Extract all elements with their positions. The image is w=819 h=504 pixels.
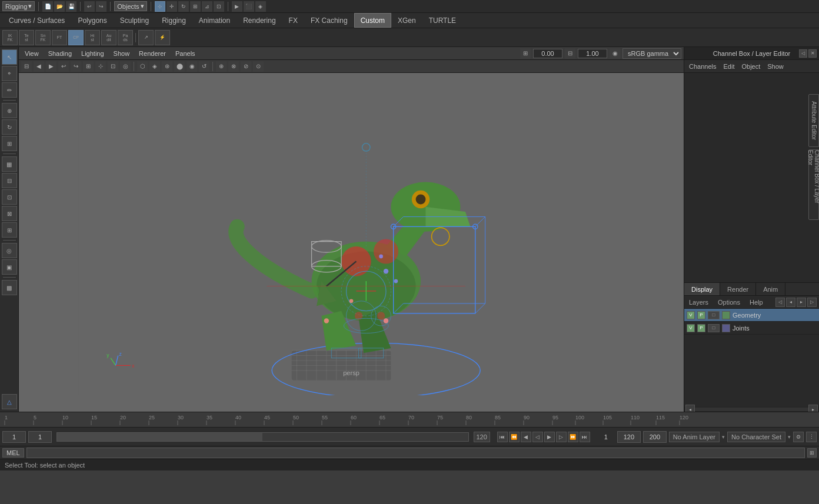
channel-box-tab[interactable]: Channel Box / Layer Editor (808, 149, 819, 220)
pads-icon[interactable]: Pa ds (118, 30, 133, 45)
viewport-canvas[interactable]: x y z persp (19, 73, 684, 395)
layer-subtab-help[interactable]: Help (747, 298, 765, 307)
vp-menu-lighting[interactable]: Lighting (78, 49, 108, 58)
shelf-manip-icon[interactable]: ⚡ (155, 30, 170, 45)
tab-fx[interactable]: FX (282, 13, 304, 28)
move-tool[interactable]: ⊕ (2, 103, 17, 118)
vp-icon-13[interactable]: ⬤ (174, 61, 185, 72)
max-frame-field[interactable] (643, 431, 667, 443)
shelf-arrow-icon[interactable]: ↗ (138, 30, 154, 45)
panel-settings-btn[interactable]: ✕ (808, 49, 817, 58)
vp-icon-7[interactable]: ⊹ (95, 61, 106, 72)
tab-custom[interactable]: Custom (354, 13, 391, 28)
snfk-icon[interactable]: Sn FK (35, 30, 51, 45)
snap-curve-tool[interactable]: ⊞ (2, 222, 17, 238)
layer-tab-display[interactable]: Display (684, 283, 720, 295)
vp-menu-renderer[interactable]: Renderer (135, 49, 169, 58)
mel-resize-btn[interactable]: ⊞ (807, 448, 817, 458)
layer-joints-visible[interactable]: V (687, 324, 695, 332)
render-icon[interactable]: ▶ (232, 1, 242, 12)
vp-menu-shading[interactable]: Shading (45, 49, 75, 58)
snap-surface-tool[interactable]: ⊠ (2, 206, 17, 221)
vp-icon-17[interactable]: ⊗ (228, 61, 239, 72)
vp-icon-2[interactable]: ◀ (34, 61, 44, 72)
vp-icon-6[interactable]: ⊞ (83, 61, 94, 72)
scale-tool[interactable]: ⊞ (2, 136, 17, 151)
pb-go-end[interactable]: ⏭ (580, 432, 590, 442)
layer-geometry-type[interactable]: □ (708, 311, 720, 319)
channel-menu-channels[interactable]: Channels (689, 63, 716, 70)
hist-icon[interactable]: Hi st (85, 30, 100, 45)
paint-tool[interactable]: ✏ (2, 82, 17, 98)
layer-fwd-btn[interactable]: ▷ (807, 298, 817, 307)
pb-prev-key[interactable]: ⏪ (509, 432, 520, 442)
pb-step-back[interactable]: ◀ (521, 432, 531, 442)
layer-subtab-layers[interactable]: Layers (687, 298, 711, 307)
current-frame-field[interactable] (28, 431, 52, 443)
layer-geometry-visible[interactable]: V (687, 311, 695, 319)
layer-subtab-options[interactable]: Options (715, 298, 743, 307)
anim-extra-btn[interactable]: ⋮ (806, 432, 817, 442)
vp-menu-show[interactable]: Show (110, 49, 134, 58)
layer-joints-playback[interactable]: P (697, 324, 705, 332)
coord-icon[interactable]: ⊞ (520, 48, 531, 59)
redo-icon[interactable]: ↪ (96, 1, 106, 12)
new-scene-icon[interactable]: 📄 (42, 1, 53, 12)
open-scene-icon[interactable]: 📂 (54, 1, 65, 12)
panel-collapse-btn[interactable]: ◁ (799, 49, 807, 58)
layer-row-geometry[interactable]: V P □ Geometry (684, 309, 819, 322)
tab-rigging[interactable]: Rigging (155, 13, 192, 28)
channel-menu-object[interactable]: Object (741, 63, 760, 70)
ft-icon[interactable]: FT (52, 30, 67, 45)
scale-icon[interactable]: ⊞ (190, 1, 201, 12)
vp-icon-14[interactable]: ◉ (187, 61, 197, 72)
attribute-editor-tab[interactable]: Attribute Editor (808, 94, 819, 147)
render-tool[interactable]: ▣ (2, 259, 17, 275)
layer-scrollbar[interactable]: ◂ ▸ (684, 407, 819, 412)
pb-play-back[interactable]: ◁ (532, 432, 543, 442)
mel-label[interactable]: MEL (2, 448, 24, 458)
vp-menu-panels[interactable]: Panels (172, 49, 199, 58)
vp-icon-12[interactable]: ⊛ (162, 61, 172, 72)
vp-icon-1[interactable]: ⊟ (21, 61, 32, 72)
vp-icon-4[interactable]: ↩ (58, 61, 69, 72)
group-icon[interactable]: ▩ (2, 280, 17, 295)
vp-icon-11[interactable]: ◈ (149, 61, 160, 72)
vp-icon-8[interactable]: ⊡ (108, 61, 118, 72)
layer-joints-type[interactable]: □ (708, 324, 720, 332)
snap-point-tool[interactable]: ⊡ (2, 189, 17, 205)
pb-next-key[interactable]: ⏩ (568, 432, 578, 442)
layer-prev-btn[interactable]: ◂ (786, 298, 795, 307)
select-tool[interactable]: ↖ (2, 49, 17, 65)
time-range-slider[interactable] (56, 432, 469, 442)
layer-back-btn[interactable]: ◁ (775, 298, 785, 307)
snap-grid-tool[interactable]: ⊟ (2, 173, 17, 188)
layer-tab-render[interactable]: Render (720, 283, 756, 295)
vp-icon-5[interactable]: ↪ (71, 61, 81, 72)
timeline-ruler[interactable]: 1 5 10 15 20 25 30 35 40 (0, 412, 819, 427)
vp-icon-18[interactable]: ⊘ (241, 61, 251, 72)
anim-settings-btn[interactable]: ⚙ (793, 432, 804, 442)
layer-next-btn[interactable]: ▸ (797, 298, 806, 307)
test-icon[interactable]: Te st (19, 30, 34, 45)
objects-dropdown[interactable]: Objects ▾ (114, 1, 147, 11)
tab-curves-surfaces[interactable]: Curves / Surfaces (2, 13, 71, 28)
workspace-dropdown[interactable]: Rigging ▾ (2, 1, 35, 11)
range-start-field[interactable] (2, 431, 26, 443)
vp-icon-10[interactable]: ⬡ (137, 61, 148, 72)
range-end-field[interactable] (617, 431, 641, 443)
vp-icon-16[interactable]: ⊕ (216, 61, 227, 72)
camera-tool[interactable]: ◎ (2, 243, 17, 258)
layer-geometry-playback[interactable]: P (697, 311, 705, 319)
ikfk-icon[interactable]: IK FK (2, 30, 18, 45)
tab-xgen[interactable]: XGen (391, 13, 422, 28)
audit-icon[interactable]: Au dit (101, 30, 116, 45)
pb-step-fwd[interactable]: ▷ (556, 432, 567, 442)
manip-icon[interactable]: ⊿ (202, 1, 212, 12)
tab-sculpting[interactable]: Sculpting (114, 13, 155, 28)
mel-input[interactable] (26, 448, 805, 458)
channel-menu-show[interactable]: Show (767, 63, 784, 70)
select-icon[interactable]: ⊹ (155, 1, 165, 12)
tab-rendering[interactable]: Rendering (237, 13, 282, 28)
display-icon[interactable]: ◈ (255, 1, 266, 12)
